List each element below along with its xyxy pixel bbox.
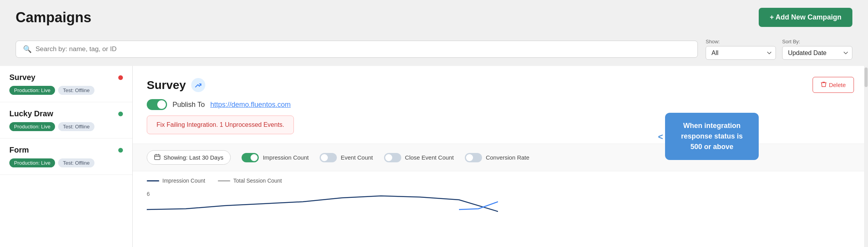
chart-legend: Impression Count Total Session Count [147, 178, 854, 184]
tag-offline: Test: Offline [58, 122, 94, 131]
calendar-icon [154, 154, 160, 161]
show-filter-label: Show: [706, 39, 776, 44]
list-item[interactable]: Lucky Draw Production: Live Test: Offlin… [0, 102, 132, 139]
metric-toggle-close: Close Event Count [384, 153, 454, 162]
campaign-tags: Production: Live Test: Offline [9, 122, 123, 131]
campaign-name: Form [9, 146, 29, 155]
tag-offline: Test: Offline [58, 86, 94, 95]
campaign-name: Lucky Draw [9, 109, 53, 118]
campaign-item-header: Form [9, 146, 123, 155]
legend-line-session [218, 180, 230, 181]
tooltip-text: When integration response status is 500 … [681, 122, 743, 151]
sort-filter-select[interactable]: Updated Date [782, 46, 852, 60]
publish-toggle[interactable] [147, 99, 167, 110]
card-actions: Delete [813, 77, 854, 93]
svg-rect-0 [155, 155, 160, 160]
campaign-item-header: Lucky Draw [9, 109, 123, 118]
impression-label: Impression Count [263, 154, 309, 161]
campaign-name: Survey [9, 73, 36, 82]
close-event-label: Close Event Count [405, 154, 454, 161]
campaign-item-header: Survey [9, 73, 123, 82]
show-filter-wrap: Show: All [706, 39, 776, 60]
status-dot-red [118, 75, 123, 80]
close-event-toggle[interactable] [384, 153, 401, 162]
list-item[interactable]: Form Production: Live Test: Offline [0, 139, 132, 175]
delete-button[interactable]: Delete [813, 77, 854, 93]
publish-row: Publish To https://demo.fluentos.com [147, 99, 854, 110]
conversion-label: Conversion Rate [486, 154, 530, 161]
chart-y-label: 6 [147, 191, 150, 197]
page-header: Campaigns + Add New Campaign [0, 0, 868, 35]
publish-url[interactable]: https://demo.fluentos.com [210, 101, 291, 109]
search-icon: 🔍 [23, 45, 32, 53]
tag-live: Production: Live [9, 86, 55, 95]
tooltip-callout: < When integration response status is 50… [665, 113, 759, 160]
legend-item-session: Total Session Count [218, 178, 282, 184]
metric-toggle-event: Event Count [320, 153, 373, 162]
tag-offline: Test: Offline [58, 158, 94, 167]
campaign-tags: Production: Live Test: Offline [9, 86, 123, 95]
tag-live: Production: Live [9, 158, 55, 167]
error-banner[interactable]: Fix Failing Integration. 1 Unprocessed E… [147, 116, 294, 134]
conversion-toggle[interactable] [465, 153, 482, 162]
impression-toggle[interactable] [242, 153, 259, 162]
chart-area: Impression Count Total Session Count 6 [133, 171, 868, 215]
status-dot-green [118, 148, 123, 153]
campaign-tags: Production: Live Test: Offline [9, 158, 123, 167]
main-content: Survey Production: Live Test: Offline Lu… [0, 66, 868, 247]
search-input[interactable] [36, 45, 690, 53]
show-filter-select[interactable]: All [706, 46, 776, 60]
event-label: Event Count [341, 154, 373, 161]
metric-toggle-conversion: Conversion Rate [465, 153, 530, 162]
add-campaign-button[interactable]: + Add New Campaign [759, 8, 852, 27]
detail-panel: Survey D [133, 66, 868, 247]
scroll-thumb [864, 68, 868, 87]
trend-icon [191, 78, 205, 92]
search-box: 🔍 [16, 41, 698, 58]
legend-item-impression: Impression Count [147, 178, 205, 184]
event-toggle[interactable] [320, 153, 337, 162]
search-filter-row: 🔍 Show: All Sort By: Updated Date [0, 35, 868, 66]
campaign-list: Survey Production: Live Test: Offline Lu… [0, 66, 133, 247]
survey-title-row: Survey [147, 78, 205, 92]
page-title: Campaigns [16, 9, 91, 26]
publish-label: Publish To [173, 101, 205, 109]
chart-svg [147, 190, 498, 213]
tooltip-arrow: < [658, 130, 663, 143]
metric-toggle-impression: Impression Count [242, 153, 309, 162]
sort-filter-wrap: Sort By: Updated Date [782, 39, 852, 60]
date-range-button[interactable]: Showing: Last 30 Days [147, 150, 231, 165]
tag-live: Production: Live [9, 122, 55, 131]
trash-icon [821, 81, 827, 89]
status-dot-green [118, 112, 123, 116]
legend-label-impression: Impression Count [162, 178, 205, 184]
list-item[interactable]: Survey Production: Live Test: Offline [0, 66, 132, 102]
survey-card-header: Survey D [147, 77, 854, 93]
survey-card-title: Survey [147, 78, 186, 92]
legend-line-impression [147, 180, 159, 181]
filter-group: Show: All Sort By: Updated Date [706, 39, 852, 60]
sort-filter-label: Sort By: [782, 39, 852, 44]
legend-label-session: Total Session Count [233, 178, 282, 184]
right-scrollbar[interactable] [864, 66, 868, 247]
date-range-label: Showing: Last 30 Days [164, 154, 223, 161]
